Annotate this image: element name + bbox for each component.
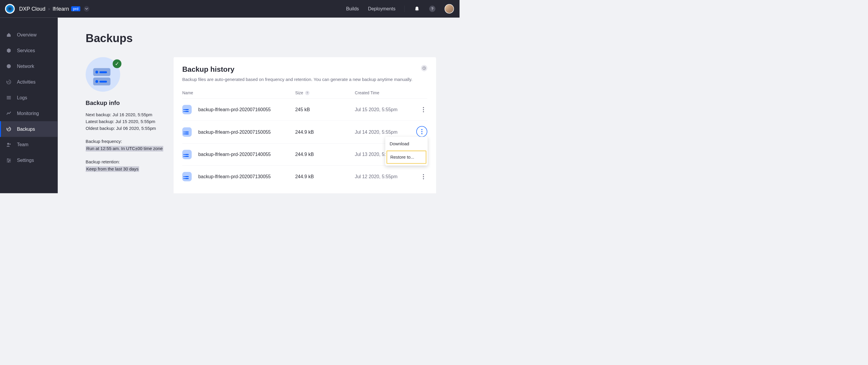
sidebar-item-label: Services (17, 48, 35, 53)
download-action[interactable]: Download (385, 138, 428, 150)
svg-rect-2 (7, 97, 11, 98)
backup-size: 244.9 kB (296, 174, 355, 179)
sidebar-item-monitoring[interactable]: Monitoring (0, 106, 58, 121)
nav-deployments[interactable]: Deployments (368, 6, 396, 11)
backup-retention-label: Backup retention: (86, 159, 164, 164)
svg-rect-3 (7, 99, 11, 99)
backup-retention-value: Keep from the last 30 days (86, 166, 139, 172)
home-icon (6, 32, 11, 38)
clock-icon (423, 66, 426, 70)
backup-file-icon (182, 150, 192, 159)
backup-name: backup-lfrlearn-prd-202007130055 (198, 174, 271, 179)
backup-file-icon (182, 172, 192, 181)
row-actions-button[interactable] (420, 173, 427, 180)
topbar: DXP Cloud › lfrlearn prd Builds Deployme… (0, 0, 460, 18)
list-icon (6, 95, 11, 101)
backup-frequency-label: Backup frequency: (86, 139, 164, 144)
table-header: Name Size ? Created Time (182, 89, 427, 99)
svg-point-11 (8, 161, 9, 163)
column-size-header: Size ? (296, 90, 355, 95)
timezone-button[interactable] (421, 65, 427, 71)
sidebar-item-label: Network (17, 63, 34, 69)
svg-point-4 (7, 143, 9, 145)
backup-history-panel: Backup history Backup files are auto-gen… (174, 57, 436, 193)
sidebar-item-team[interactable]: Team (0, 137, 58, 153)
page-title: Backups (86, 32, 436, 45)
sidebar-item-label: Monitoring (17, 111, 39, 116)
svg-point-5 (9, 143, 11, 145)
backup-time: Jul 12 2020, 5:55pm (355, 174, 414, 179)
help-button[interactable]: ? (429, 6, 435, 12)
backup-info-panel: ✓ Backup info Next backup: Jul 16 2020, … (86, 57, 164, 193)
backup-time: Jul 14 2020, 5:55pm (355, 129, 414, 135)
table-row: backup-lfrlearn-prd-202007130055 244.9 k… (182, 165, 427, 188)
nav-builds[interactable]: Builds (346, 6, 359, 11)
breadcrumb-project[interactable]: lfrlearn (53, 6, 69, 12)
svg-point-9 (9, 160, 10, 161)
check-icon: ✓ (113, 59, 121, 68)
svg-rect-1 (7, 96, 11, 97)
column-time-header: Created Time (355, 90, 414, 95)
backup-name: backup-lfrlearn-prd-202007160055 (198, 107, 271, 112)
row-actions-button[interactable] (416, 126, 427, 137)
sidebar-item-label: Logs (17, 95, 27, 100)
table-row: backup-lfrlearn-prd-202007150055 244.9 k… (182, 121, 427, 143)
backup-size: 245 kB (296, 107, 355, 112)
environment-badge[interactable]: prd (71, 6, 80, 11)
backup-icon (6, 126, 11, 132)
sliders-icon (6, 158, 11, 163)
globe-icon (6, 63, 11, 69)
sidebar-item-overview[interactable]: Overview (0, 27, 58, 43)
bell-icon (415, 6, 419, 11)
sidebar: Overview Services Network Activities Log… (0, 18, 58, 193)
sidebar-item-label: Settings (17, 158, 34, 163)
backup-name: backup-lfrlearn-prd-202007140055 (198, 152, 271, 157)
sidebar-item-label: Overview (17, 32, 36, 38)
backup-name: backup-lfrlearn-prd-202007150055 (198, 129, 271, 135)
breadcrumb-separator: › (48, 6, 50, 11)
sidebar-item-network[interactable]: Network (0, 58, 58, 74)
next-backup-text: Next backup: Jul 16 2020, 5:55pm (86, 112, 164, 117)
oldest-backup-text: Oldest backup: Jul 06 2020, 5:55pm (86, 126, 164, 131)
backup-time: Jul 15 2020, 5:55pm (355, 107, 414, 112)
sidebar-item-logs[interactable]: Logs (0, 90, 58, 106)
chart-icon (6, 111, 11, 116)
backup-frequency-value: Run at 12:55 am. In UTC±00 time zone (86, 146, 163, 151)
breadcrumb-root[interactable]: DXP Cloud (19, 6, 45, 12)
history-title: Backup history (182, 65, 427, 74)
notifications-button[interactable] (414, 6, 420, 12)
backup-file-icon (182, 105, 192, 114)
sidebar-item-label: Backups (17, 126, 35, 132)
size-help-icon[interactable]: ? (305, 91, 310, 95)
sidebar-item-settings[interactable]: Settings (0, 153, 58, 168)
sidebar-item-activities[interactable]: Activities (0, 74, 58, 90)
main-content: Backups ✓ Backup info Next backup: Jul 1… (58, 18, 460, 193)
backup-size: 244.9 kB (296, 129, 355, 135)
sidebar-item-backups[interactable]: Backups (0, 121, 58, 137)
brand-logo[interactable] (5, 4, 15, 13)
sidebar-item-label: Team (17, 142, 28, 147)
svg-point-7 (7, 158, 8, 160)
divider (405, 6, 405, 12)
user-avatar[interactable] (445, 4, 454, 13)
chevron-down-icon (85, 8, 88, 9)
backup-info-title: Backup info (86, 100, 164, 107)
row-actions-menu: Download Restore to... (385, 137, 428, 165)
cube-icon (6, 48, 11, 53)
sidebar-item-services[interactable]: Services (0, 43, 58, 58)
sidebar-item-label: Activities (17, 79, 36, 85)
backup-illustration: ✓ (86, 57, 120, 92)
latest-backup-text: Latest backup: Jul 15 2020, 5:55pm (86, 119, 164, 124)
column-name-header: Name (182, 90, 295, 95)
row-actions-button[interactable] (420, 106, 427, 113)
backup-size: 244.9 kB (296, 152, 355, 157)
environment-dropdown-toggle[interactable] (84, 6, 90, 11)
restore-action[interactable]: Restore to... (386, 151, 426, 164)
svg-point-0 (7, 64, 11, 68)
backup-file-icon (182, 127, 192, 137)
users-icon (6, 142, 11, 148)
history-description: Backup files are auto-generated based on… (182, 77, 427, 82)
history-icon (6, 79, 11, 85)
table-row: backup-lfrlearn-prd-202007160055 245 kB … (182, 99, 427, 121)
